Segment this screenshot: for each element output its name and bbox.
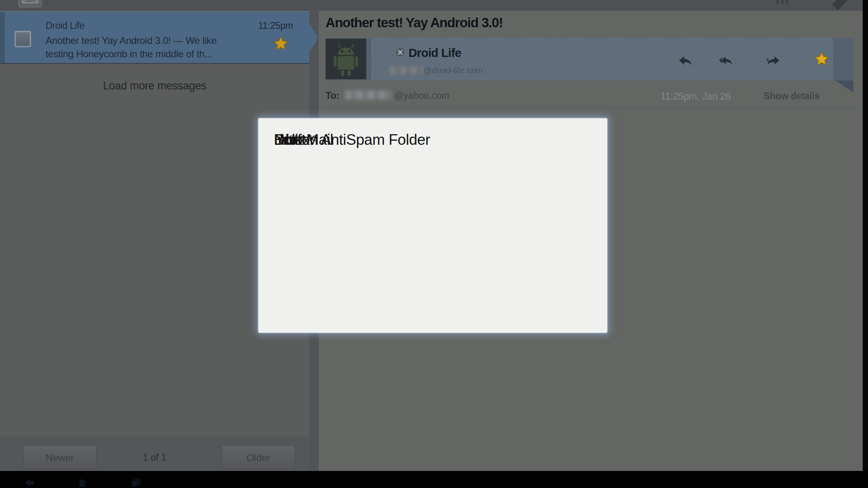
row-time: 11:25pm [258, 20, 293, 31]
compose-icon-partial[interactable] [832, 0, 849, 10]
recipient-email: @yahoo.com [394, 90, 449, 101]
reply-icon[interactable] [678, 54, 694, 66]
presence-close-icon [396, 48, 405, 57]
sender-email: @droid-life.com [423, 65, 483, 75]
move-to-dialog: Move to Inbox Bulk Mail Draft Norton Ant… [258, 118, 607, 333]
sender-avatar[interactable] [326, 39, 366, 79]
email-checkbox[interactable] [15, 31, 31, 47]
forward-icon[interactable] [765, 54, 781, 66]
pager-bar: Newer 1 of 1 Older [0, 436, 309, 471]
redacted-sender-email [390, 66, 423, 74]
message-subject: Another test! Yay Android 3.0! [326, 15, 503, 30]
row-snippet: Another test! Yay Android 3.0! — We like… [46, 34, 236, 61]
email-list-row-selected[interactable]: Droid Life 11:25pm Another test! Yay And… [0, 11, 309, 63]
reply-all-icon[interactable] [718, 54, 734, 66]
dialog-item-norton-antispam[interactable]: Norton AntiSpam Folder [259, 119, 430, 161]
message-header-bar: Droid Life @droid-life.com [326, 38, 853, 81]
home-button-icon[interactable] [77, 478, 88, 487]
back-button-icon[interactable] [24, 478, 36, 487]
message-star-icon[interactable] [813, 51, 830, 67]
system-bar [0, 471, 868, 488]
show-details-link[interactable]: Show details [764, 91, 820, 102]
redacted-recipient [345, 90, 391, 100]
selected-row-pointer [309, 23, 318, 52]
to-row-divider [326, 108, 859, 108]
top-toolbar [0, 0, 863, 11]
star-icon[interactable] [273, 35, 289, 52]
header-fold-corner [835, 81, 853, 92]
older-button[interactable]: Older [222, 447, 295, 469]
recents-button-icon[interactable] [130, 478, 142, 487]
message-timestamp: 11:25pm, Jan 26 [660, 91, 731, 102]
sender-name[interactable]: Droid Life [409, 46, 461, 60]
row-divider [0, 63, 309, 64]
envelope-icon [22, 0, 38, 3]
list-divider [0, 102, 309, 102]
android-robot-icon [326, 39, 366, 79]
row-sender: Droid Life [46, 20, 84, 31]
row-left-shade [0, 12, 5, 63]
labels-icon-partial[interactable] [776, 0, 793, 4]
screen-edge [863, 0, 868, 471]
to-label: To: [326, 90, 339, 101]
screen: Droid Life 11:25pm Another test! Yay And… [0, 0, 868, 488]
mark-unread-button[interactable] [18, 0, 42, 7]
load-more-button[interactable]: Load more messages [0, 80, 309, 92]
